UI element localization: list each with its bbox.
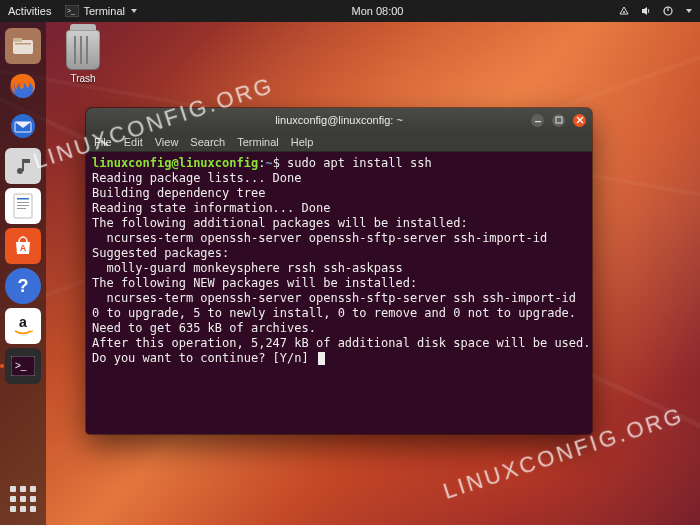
window-maximize-button[interactable]: [552, 114, 565, 127]
terminal-icon: >_: [65, 5, 79, 17]
activities-button[interactable]: Activities: [8, 5, 51, 17]
window-minimize-button[interactable]: [531, 114, 544, 127]
svg-rect-16: [17, 205, 29, 206]
svg-rect-15: [17, 202, 29, 203]
dock-icon-nautilus[interactable]: [5, 28, 41, 64]
menu-view[interactable]: View: [155, 136, 179, 148]
dock-icon-writer[interactable]: [5, 188, 41, 224]
maximize-icon: [555, 116, 563, 124]
terminal-output[interactable]: linuxconfig@linuxconfig:~$ sudo apt inst…: [86, 152, 592, 434]
svg-rect-7: [15, 43, 31, 45]
svg-point-2: [623, 11, 625, 13]
power-icon: [662, 5, 674, 17]
dock-icon-amazon[interactable]: a: [5, 308, 41, 344]
volume-icon: [640, 5, 652, 17]
terminal-menubar: File Edit View Search Terminal Help: [86, 132, 592, 152]
trash-icon: [66, 30, 100, 70]
menu-terminal[interactable]: Terminal: [237, 136, 279, 148]
dock-icon-terminal[interactable]: >_: [5, 348, 41, 384]
dock-icon-firefox[interactable]: [5, 68, 41, 104]
dock-icon-help[interactable]: ?: [5, 268, 41, 304]
desktop-trash-label: Trash: [58, 73, 108, 84]
app-menu-label: Terminal: [83, 5, 125, 17]
firefox-icon: [8, 71, 38, 101]
close-icon: [576, 116, 584, 124]
svg-text:A: A: [20, 243, 27, 253]
terminal-icon: >_: [11, 356, 35, 376]
dock-icon-rhythmbox[interactable]: [5, 148, 41, 184]
desktop-trash[interactable]: Trash: [58, 30, 108, 84]
system-status-area[interactable]: [618, 5, 692, 17]
show-applications-button[interactable]: [5, 481, 41, 517]
svg-rect-14: [17, 198, 29, 200]
dock: A ? a >_: [0, 22, 46, 525]
files-icon: [12, 36, 34, 56]
svg-text:>_: >_: [67, 7, 75, 15]
app-menu[interactable]: >_ Terminal: [65, 5, 137, 17]
clock[interactable]: Mon 08:00: [137, 5, 618, 17]
terminal-window: linuxconfig@linuxconfig: ~ File Edit Vie…: [86, 108, 592, 434]
svg-rect-23: [556, 117, 562, 123]
amazon-icon: a: [10, 313, 36, 339]
svg-text:a: a: [19, 314, 27, 330]
terminal-cursor: [318, 352, 325, 365]
svg-rect-6: [13, 38, 22, 42]
menu-file[interactable]: File: [94, 136, 112, 148]
gnome-top-bar: Activities >_ Terminal Mon 08:00: [0, 0, 700, 22]
minimize-icon: [534, 116, 542, 124]
document-icon: [12, 193, 34, 219]
window-titlebar[interactable]: linuxconfig@linuxconfig: ~: [86, 108, 592, 132]
dock-icon-software[interactable]: A: [5, 228, 41, 264]
window-close-button[interactable]: [573, 114, 586, 127]
svg-rect-5: [13, 40, 33, 54]
thunderbird-icon: [8, 111, 38, 141]
chevron-down-icon: [686, 9, 692, 13]
menu-help[interactable]: Help: [291, 136, 314, 148]
dock-icon-thunderbird[interactable]: [5, 108, 41, 144]
svg-rect-22: [535, 121, 541, 122]
music-icon: [12, 155, 34, 177]
menu-edit[interactable]: Edit: [124, 136, 143, 148]
svg-text:>_: >_: [15, 360, 27, 371]
window-title: linuxconfig@linuxconfig: ~: [86, 114, 592, 126]
svg-rect-17: [17, 208, 26, 209]
menu-search[interactable]: Search: [190, 136, 225, 148]
shopping-bag-icon: A: [11, 234, 35, 258]
network-icon: [618, 5, 630, 17]
svg-rect-12: [22, 159, 24, 171]
